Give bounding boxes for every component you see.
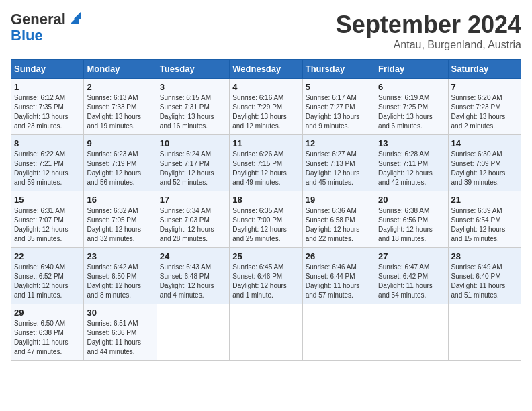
day-number: 22 [14,251,81,261]
day-info: Sunrise: 6:23 AM Sunset: 7:19 PM Dayligh… [87,150,153,187]
day-number: 3 [160,82,226,92]
calendar-cell-28: 28Sunrise: 6:49 AM Sunset: 6:40 PM Dayli… [448,248,521,304]
day-info: Sunrise: 6:19 AM Sunset: 7:25 PM Dayligh… [378,93,445,131]
day-number: 28 [451,251,518,261]
col-header-friday: Friday [375,60,448,79]
title-block: September 2024 Antau, Burgenland, Austri… [336,11,521,51]
calendar-cell-14: 14Sunrise: 6:30 AM Sunset: 7:09 PM Dayli… [448,135,521,191]
day-info: Sunrise: 6:20 AM Sunset: 7:23 PM Dayligh… [451,93,518,131]
calendar-cell-27: 27Sunrise: 6:47 AM Sunset: 6:42 PM Dayli… [375,248,448,304]
calendar-cell-6: 6Sunrise: 6:19 AM Sunset: 7:25 PM Daylig… [375,79,448,135]
calendar-cell-30: 30Sunrise: 6:51 AM Sunset: 6:36 PM Dayli… [84,304,157,361]
day-number: 5 [306,82,372,92]
day-info: Sunrise: 6:38 AM Sunset: 6:56 PM Dayligh… [378,206,445,244]
calendar-table: SundayMondayTuesdayWednesdayThursdayFrid… [11,59,521,361]
calendar-row-2: 15Sunrise: 6:31 AM Sunset: 7:07 PM Dayli… [11,191,521,248]
day-number: 23 [87,251,153,261]
calendar-cell-22: 22Sunrise: 6:40 AM Sunset: 6:52 PM Dayli… [11,248,84,304]
calendar-cell-17: 17Sunrise: 6:34 AM Sunset: 7:03 PM Dayli… [157,191,229,248]
calendar-cell-13: 13Sunrise: 6:28 AM Sunset: 7:11 PM Dayli… [375,135,448,191]
day-info: Sunrise: 6:26 AM Sunset: 7:15 PM Dayligh… [232,150,299,187]
calendar-cell-24: 24Sunrise: 6:43 AM Sunset: 6:48 PM Dayli… [157,248,229,304]
day-info: Sunrise: 6:22 AM Sunset: 7:21 PM Dayligh… [14,150,81,187]
day-number: 14 [451,138,518,148]
col-header-sunday: Sunday [11,60,84,79]
day-number: 27 [378,251,445,261]
col-header-thursday: Thursday [302,60,375,79]
calendar-row-3: 22Sunrise: 6:40 AM Sunset: 6:52 PM Dayli… [11,248,521,304]
day-info: Sunrise: 6:42 AM Sunset: 6:50 PM Dayligh… [87,263,153,300]
logo-arrow-icon [67,12,82,27]
calendar-cell-15: 15Sunrise: 6:31 AM Sunset: 7:07 PM Dayli… [11,191,84,248]
day-info: Sunrise: 6:27 AM Sunset: 7:13 PM Dayligh… [306,150,372,187]
day-info: Sunrise: 6:17 AM Sunset: 7:27 PM Dayligh… [306,93,372,131]
calendar-cell-29: 29Sunrise: 6:50 AM Sunset: 6:38 PM Dayli… [11,304,84,361]
day-info: Sunrise: 6:16 AM Sunset: 7:29 PM Dayligh… [232,93,299,131]
col-header-tuesday: Tuesday [157,60,229,79]
day-number: 24 [160,251,226,261]
day-number: 15 [14,195,81,205]
day-number: 13 [378,138,445,148]
day-info: Sunrise: 6:13 AM Sunset: 7:33 PM Dayligh… [87,93,153,131]
calendar-cell-19: 19Sunrise: 6:36 AM Sunset: 6:58 PM Dayli… [302,191,375,248]
calendar-cell-5: 5Sunrise: 6:17 AM Sunset: 7:27 PM Daylig… [302,79,375,135]
day-number: 21 [451,195,518,205]
calendar-cell-21: 21Sunrise: 6:39 AM Sunset: 6:54 PM Dayli… [448,191,521,248]
day-number: 10 [160,138,226,148]
calendar-cell-16: 16Sunrise: 6:32 AM Sunset: 7:05 PM Dayli… [84,191,157,248]
day-number: 29 [14,308,81,318]
location-title: Antau, Burgenland, Austria [336,39,521,51]
calendar-cell-1: 1Sunrise: 6:12 AM Sunset: 7:35 PM Daylig… [11,79,84,135]
day-info: Sunrise: 6:43 AM Sunset: 6:48 PM Dayligh… [160,263,226,300]
calendar-cell-26: 26Sunrise: 6:46 AM Sunset: 6:44 PM Dayli… [302,248,375,304]
day-number: 11 [232,138,299,148]
calendar-cell-7: 7Sunrise: 6:20 AM Sunset: 7:23 PM Daylig… [448,79,521,135]
calendar-cell-3: 3Sunrise: 6:15 AM Sunset: 7:31 PM Daylig… [157,79,229,135]
day-number: 9 [87,138,153,148]
day-info: Sunrise: 6:12 AM Sunset: 7:35 PM Dayligh… [14,93,81,131]
calendar-cell-25: 25Sunrise: 6:45 AM Sunset: 6:46 PM Dayli… [230,248,302,304]
calendar-cell-empty [157,304,229,361]
calendar-cell-23: 23Sunrise: 6:42 AM Sunset: 6:50 PM Dayli… [84,248,157,304]
month-title: September 2024 [336,11,521,39]
svg-marker-1 [74,12,81,19]
day-number: 1 [14,82,81,92]
day-number: 8 [14,138,81,148]
day-info: Sunrise: 6:39 AM Sunset: 6:54 PM Dayligh… [451,206,518,244]
day-info: Sunrise: 6:36 AM Sunset: 6:58 PM Dayligh… [306,206,372,244]
calendar-cell-9: 9Sunrise: 6:23 AM Sunset: 7:19 PM Daylig… [84,135,157,191]
calendar-row-0: 1Sunrise: 6:12 AM Sunset: 7:35 PM Daylig… [11,79,521,135]
day-info: Sunrise: 6:51 AM Sunset: 6:36 PM Dayligh… [87,319,153,357]
day-number: 20 [378,195,445,205]
day-info: Sunrise: 6:45 AM Sunset: 6:46 PM Dayligh… [232,263,299,300]
day-number: 4 [232,82,299,92]
day-number: 25 [232,251,299,261]
calendar-cell-2: 2Sunrise: 6:13 AM Sunset: 7:33 PM Daylig… [84,79,157,135]
logo: General Blue [11,11,82,43]
day-info: Sunrise: 6:32 AM Sunset: 7:05 PM Dayligh… [87,206,153,244]
day-info: Sunrise: 6:40 AM Sunset: 6:52 PM Dayligh… [14,263,81,300]
calendar-cell-20: 20Sunrise: 6:38 AM Sunset: 6:56 PM Dayli… [375,191,448,248]
calendar-cell-empty [448,304,521,361]
calendar-cell-empty [375,304,448,361]
day-number: 17 [160,195,226,205]
day-info: Sunrise: 6:34 AM Sunset: 7:03 PM Dayligh… [160,206,226,244]
day-info: Sunrise: 6:15 AM Sunset: 7:31 PM Dayligh… [160,93,226,131]
day-info: Sunrise: 6:31 AM Sunset: 7:07 PM Dayligh… [14,206,81,244]
calendar-row-1: 8Sunrise: 6:22 AM Sunset: 7:21 PM Daylig… [11,135,521,191]
day-number: 26 [306,251,372,261]
col-header-monday: Monday [84,60,157,79]
day-info: Sunrise: 6:50 AM Sunset: 6:38 PM Dayligh… [14,319,81,357]
day-number: 6 [378,82,445,92]
calendar-row-4: 29Sunrise: 6:50 AM Sunset: 6:38 PM Dayli… [11,304,521,361]
calendar-cell-8: 8Sunrise: 6:22 AM Sunset: 7:21 PM Daylig… [11,135,84,191]
day-info: Sunrise: 6:49 AM Sunset: 6:40 PM Dayligh… [451,263,518,300]
day-number: 18 [232,195,299,205]
page-header: General Blue September 2024 Antau, Burge… [11,11,521,51]
day-number: 7 [451,82,518,92]
day-number: 12 [306,138,372,148]
day-info: Sunrise: 6:47 AM Sunset: 6:42 PM Dayligh… [378,263,445,300]
calendar-cell-10: 10Sunrise: 6:24 AM Sunset: 7:17 PM Dayli… [157,135,229,191]
day-info: Sunrise: 6:24 AM Sunset: 7:17 PM Dayligh… [160,150,226,187]
calendar-cell-4: 4Sunrise: 6:16 AM Sunset: 7:29 PM Daylig… [230,79,302,135]
